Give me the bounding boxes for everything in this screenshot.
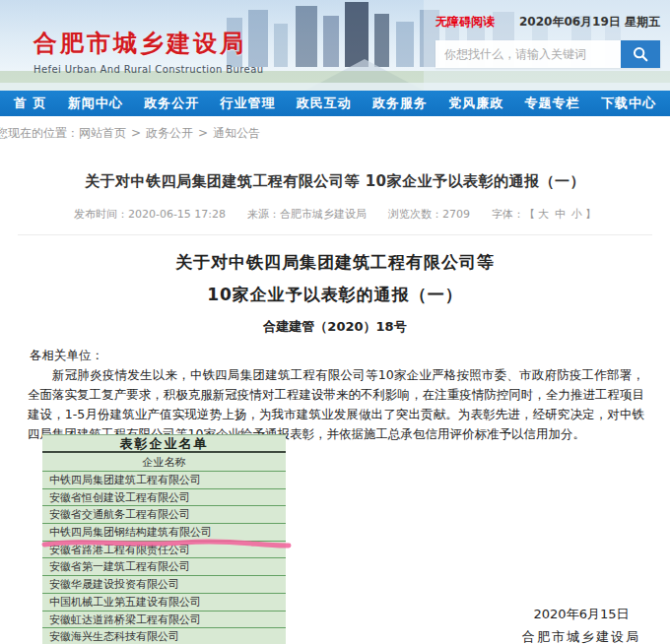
table-row: 安徽省恒创建设工程有限公司 bbox=[42, 489, 286, 507]
breadcrumb: 您现在的位置：网站首页>政务公开>通知公告 bbox=[0, 116, 670, 150]
nav-item-download[interactable]: 下载中心 bbox=[601, 95, 656, 112]
nav-item-topics[interactable]: 专题专栏 bbox=[525, 95, 580, 112]
page-title: 关于对中铁四局集团建筑工程有限公司等 10家企业予以表彰的通报（一） bbox=[0, 172, 670, 191]
award-table-column-header: 企业名称 bbox=[42, 453, 286, 472]
accessibility-link[interactable]: 无障碍阅读 bbox=[436, 14, 495, 31]
table-row: 安徽省路港工程有限责任公司 bbox=[42, 542, 286, 559]
font-size-large[interactable]: 大 bbox=[538, 208, 549, 221]
page: 合肥市城乡建设局 Hefei Urban And Rural Construct… bbox=[0, 0, 670, 644]
breadcrumb-label: 您现在的位置： bbox=[0, 126, 79, 140]
site-title-english: Hefei Urban And Rural Construction Burea… bbox=[34, 64, 263, 75]
breadcrumb-home[interactable]: 网站首页 bbox=[79, 126, 126, 140]
table-row: 安徽海兴生态科技有限公司 bbox=[42, 628, 286, 644]
search-icon bbox=[632, 45, 649, 63]
nav-item-home[interactable]: 首 页 bbox=[14, 95, 47, 112]
font-label-close: 】 bbox=[585, 208, 596, 221]
header-right: 无障碍阅读 2020年06月19日 星期五 bbox=[436, 14, 660, 68]
search-bar bbox=[436, 40, 660, 68]
table-row: 中铁四局集团钢结构建筑有限公司 bbox=[42, 524, 286, 542]
signature-block: 2020年6月15日 合肥市城乡建设局 bbox=[522, 603, 640, 644]
nav-item-party-integrity[interactable]: 党风廉政 bbox=[448, 95, 503, 112]
nav-item-industry[interactable]: 行业管理 bbox=[220, 95, 275, 112]
font-size-control: 字体：【大中小】 bbox=[492, 207, 596, 222]
publish-time: 发布时间：2020-06-15 17:28 bbox=[74, 207, 226, 222]
article-meta: 发布时间：2020-06-15 17:28 来源：合肥市城乡建设局 浏览次数：2… bbox=[0, 207, 670, 222]
search-input[interactable] bbox=[436, 40, 621, 68]
site-title: 合肥市城乡建设局 bbox=[34, 28, 263, 59]
doc-number: 合建建管（2020）18号 bbox=[0, 318, 670, 336]
nav-item-gov-info[interactable]: 政务公开 bbox=[144, 95, 199, 112]
search-button[interactable] bbox=[621, 40, 660, 68]
salutation: 各相关单位： bbox=[30, 346, 644, 365]
signature-date: 2020年6月15日 bbox=[522, 603, 640, 625]
nav-item-news[interactable]: 新闻中心 bbox=[68, 95, 123, 112]
award-table: 表彰企业名单 企业名称 中铁四局集团建筑工程有限公司 安徽省恒创建设工程有限公司… bbox=[42, 434, 286, 644]
table-row: 安徽华晟建设投资有限公司 bbox=[42, 576, 286, 594]
current-date: 2020年06月19日 星期五 bbox=[519, 14, 660, 31]
table-row: 中铁四局集团建筑工程有限公司 bbox=[42, 472, 286, 489]
site-header: 合肥市城乡建设局 Hefei Urban And Rural Construct… bbox=[0, 0, 670, 91]
nav-item-interaction[interactable]: 政民互动 bbox=[297, 95, 352, 112]
table-row: 安徽虹达道路桥梁工程有限公司 bbox=[42, 612, 286, 629]
signature-org: 合肥市城乡建设局 bbox=[522, 625, 640, 644]
doc-title-line2: 10家企业予以表彰的通报（一） bbox=[0, 284, 670, 306]
breadcrumb-separator: > bbox=[131, 126, 141, 140]
font-size-small[interactable]: 小 bbox=[571, 208, 582, 221]
breadcrumb-gov-info[interactable]: 政务公开 bbox=[146, 126, 193, 140]
font-label-open: 字体：【 bbox=[492, 208, 535, 221]
nav-item-services[interactable]: 政务服务 bbox=[372, 95, 428, 112]
table-row: 安徽省第一建筑工程有限公司 bbox=[42, 558, 286, 576]
font-size-medium[interactable]: 中 bbox=[555, 208, 566, 221]
breadcrumb-separator: > bbox=[198, 126, 208, 140]
view-count: 浏览次数：2709 bbox=[388, 207, 470, 222]
site-logo[interactable]: 合肥市城乡建设局 Hefei Urban And Rural Construct… bbox=[34, 28, 263, 75]
header-divider bbox=[18, 234, 652, 235]
table-row: 安徽省交通航务工程有限公司 bbox=[42, 506, 286, 524]
table-row: 中国机械工业第五建设有限公司 bbox=[42, 594, 286, 612]
award-table-title: 表彰企业名单 bbox=[42, 435, 286, 453]
article-header: 关于对中铁四局集团建筑工程有限公司等 10家企业予以表彰的通报（一） 发布时间：… bbox=[0, 150, 670, 235]
doc-title-line1: 关于对中铁四局集团建筑工程有限公司等 bbox=[0, 251, 670, 274]
main-nav: 首 页 新闻中心 政务公开 行业管理 政民互动 政务服务 党风廉政 专题专栏 下… bbox=[0, 91, 670, 116]
article: 关于对中铁四局集团建筑工程有限公司等 10家企业予以表彰的通报（一） 发布时间：… bbox=[0, 150, 670, 444]
article-source: 来源：合肥市城乡建设局 bbox=[247, 207, 367, 222]
doc-body: 新冠肺炎疫情发生以来，中铁四局集团建筑工程有限公司等10家企业严格按照市委、市政… bbox=[28, 365, 644, 444]
breadcrumb-notices[interactable]: 通知公告 bbox=[213, 126, 260, 140]
